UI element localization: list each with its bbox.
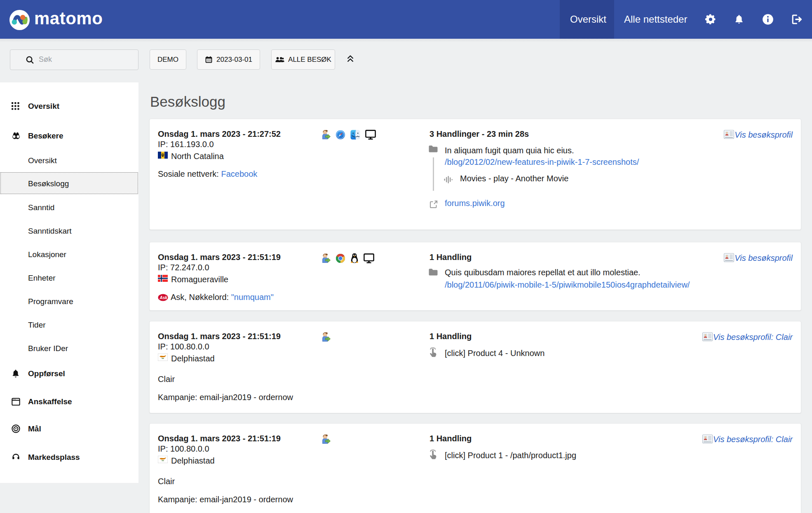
svg-text:Ask: Ask <box>160 295 168 300</box>
